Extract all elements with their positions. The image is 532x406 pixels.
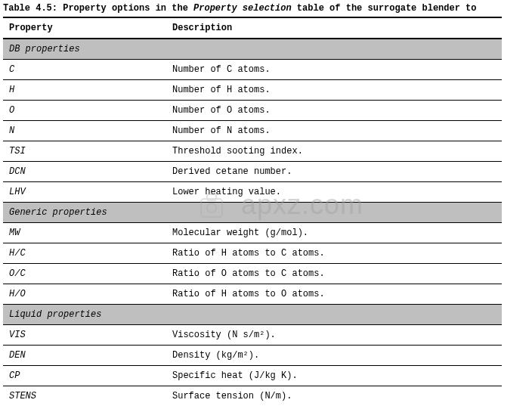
description-cell: Ratio of O atoms to C atoms. bbox=[166, 264, 502, 284]
table-row: CPSpecific heat (J/kg K). bbox=[3, 366, 502, 386]
property-cell: DEN bbox=[3, 346, 166, 366]
property-cell: H bbox=[3, 80, 166, 101]
table-row: HNumber of H atoms. bbox=[3, 80, 502, 101]
property-cell: LHV bbox=[3, 182, 166, 203]
header-description: Description bbox=[166, 17, 502, 39]
description-cell: Molecular weight (g/mol). bbox=[166, 223, 502, 243]
description-cell: Number of C atoms. bbox=[166, 60, 502, 80]
section-header: Liquid properties bbox=[3, 305, 502, 325]
description-cell: Number of O atoms. bbox=[166, 101, 502, 121]
section-header: DB properties bbox=[3, 39, 502, 60]
property-cell: MW bbox=[3, 223, 166, 243]
table-row: H/CRatio of H atoms to C atoms. bbox=[3, 243, 502, 264]
description-cell: Ratio of H atoms to C atoms. bbox=[166, 243, 502, 264]
section-title: Liquid properties bbox=[3, 305, 502, 325]
table-row: CNumber of C atoms. bbox=[3, 60, 502, 80]
caption-em: Property selection bbox=[193, 3, 292, 14]
table-row: O/CRatio of O atoms to C atoms. bbox=[3, 264, 502, 284]
caption-suffix: table of the surrogate blender to bbox=[292, 3, 477, 14]
property-cell: H/C bbox=[3, 243, 166, 264]
description-cell: Threshold sooting index. bbox=[166, 141, 502, 162]
property-cell: VIS bbox=[3, 325, 166, 346]
description-cell: Surface tension (N/m). bbox=[166, 386, 502, 407]
property-cell: TSI bbox=[3, 141, 166, 162]
table-row: H/ORatio of H atoms to O atoms. bbox=[3, 284, 502, 305]
table-row: DENDensity (kg/m²). bbox=[3, 346, 502, 366]
description-cell: Density (kg/m²). bbox=[166, 346, 502, 366]
property-cell: O/C bbox=[3, 264, 166, 284]
section-header: Generic properties bbox=[3, 203, 502, 223]
property-cell: N bbox=[3, 121, 166, 141]
table-row: ONumber of O atoms. bbox=[3, 101, 502, 121]
property-cell: CP bbox=[3, 366, 166, 386]
table-row: MWMolecular weight (g/mol). bbox=[3, 223, 502, 243]
property-cell: O bbox=[3, 101, 166, 121]
section-title: Generic properties bbox=[3, 203, 502, 223]
property-cell: H/O bbox=[3, 284, 166, 305]
section-title: DB properties bbox=[3, 39, 502, 60]
description-cell: Number of N atoms. bbox=[166, 121, 502, 141]
table-row: DCNDerived cetane number. bbox=[3, 162, 502, 182]
table-caption: Table 4.5: Property options in the Prope… bbox=[3, 3, 532, 14]
table-row: LHVLower heating value. bbox=[3, 182, 502, 203]
header-property: Property bbox=[3, 17, 166, 39]
property-cell: DCN bbox=[3, 162, 166, 182]
table-row: NNumber of N atoms. bbox=[3, 121, 502, 141]
description-cell: Specific heat (J/kg K). bbox=[166, 366, 502, 386]
description-cell: Derived cetane number. bbox=[166, 162, 502, 182]
table-row: TSIThreshold sooting index. bbox=[3, 141, 502, 162]
property-cell: C bbox=[3, 60, 166, 80]
property-table: Property Description DB propertiesCNumbe… bbox=[3, 17, 502, 406]
description-cell: Ratio of H atoms to O atoms. bbox=[166, 284, 502, 305]
description-cell: Number of H atoms. bbox=[166, 80, 502, 101]
property-cell: STENS bbox=[3, 386, 166, 407]
description-cell: Lower heating value. bbox=[166, 182, 502, 203]
description-cell: Viscosity (N s/m²). bbox=[166, 325, 502, 346]
table-row: VISViscosity (N s/m²). bbox=[3, 325, 502, 346]
caption-prefix: Table 4.5: Property options in the bbox=[3, 3, 193, 14]
table-row: STENSSurface tension (N/m). bbox=[3, 386, 502, 407]
